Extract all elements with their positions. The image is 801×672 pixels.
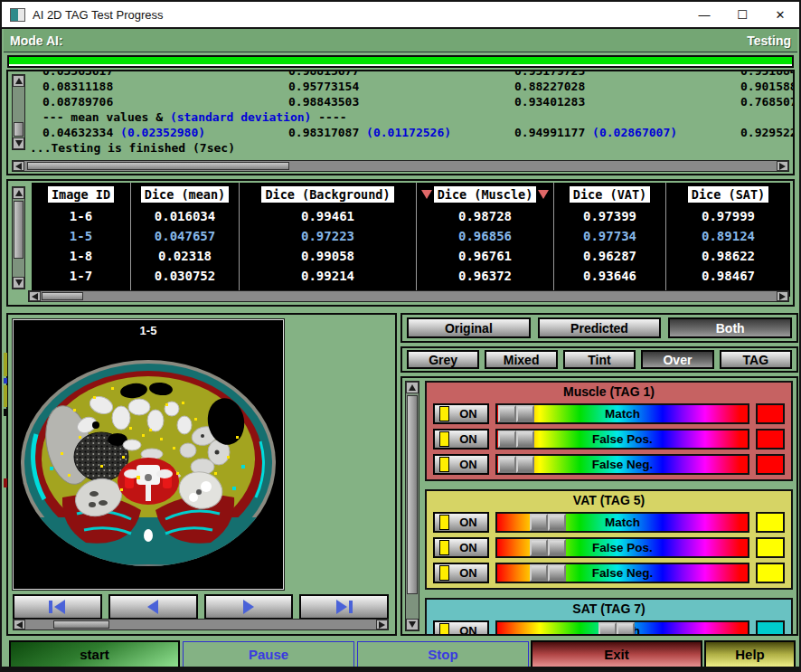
toggle-on-button[interactable]: ON	[433, 563, 489, 583]
pause-button[interactable]: Pause	[183, 641, 354, 667]
table-row-selected[interactable]: 1-5 0.047657 0.97223 0.96856 0.97734 0.8…	[32, 226, 790, 246]
log-mean-header: --- mean values & (standard deviation) -…	[8, 109, 793, 125]
color-swatch[interactable]	[756, 537, 785, 558]
display-grey-button[interactable]: Grey	[407, 350, 479, 369]
ct-scan-image	[14, 320, 283, 589]
edge-fragment	[4, 385, 7, 407]
table-hscroll-thumb[interactable]	[42, 292, 83, 300]
toggle-indicator	[439, 457, 449, 472]
viewer-horizontal-scrollbar[interactable]	[13, 619, 389, 630]
column-header-dice-muscle[interactable]: Dice (Muscle)	[417, 183, 554, 206]
previous-icon	[147, 600, 158, 614]
dice-table-panel: Image ID Dice (mean) Dice (Background) D…	[6, 179, 795, 307]
nav-next-button[interactable]	[204, 594, 294, 620]
vat-tag-panel: VAT (TAG 5) ON Match ON False Pos. ON Fa…	[425, 489, 793, 590]
toggle-on-button[interactable]: ON	[433, 403, 489, 424]
match-color-slider[interactable]: Match	[495, 620, 749, 634]
scroll-down-icon[interactable]	[13, 277, 24, 289]
toggle-indicator	[439, 515, 449, 530]
column-header-dice-sat[interactable]: Dice (SAT)	[666, 183, 790, 206]
table-row[interactable]: 1-8 0.02318 0.99058 0.96761 0.96287 0.98…	[32, 246, 790, 266]
display-tint-button[interactable]: Tint	[563, 350, 636, 369]
image-label: 1-5	[14, 324, 283, 337]
nav-last-button[interactable]	[299, 594, 389, 620]
display-tag-button[interactable]: TAG	[720, 350, 792, 369]
edge-fragment	[4, 409, 7, 416]
slider-thumb[interactable]	[498, 431, 534, 448]
close-button[interactable]: ✕	[761, 3, 799, 26]
tag-row: ON Match	[433, 512, 785, 533]
minimize-button[interactable]: —	[685, 3, 723, 26]
view-predicted-button[interactable]: Predicted	[538, 317, 662, 338]
color-swatch[interactable]	[756, 403, 785, 424]
slider-thumb[interactable]	[598, 622, 635, 634]
slider-thumb[interactable]	[530, 564, 566, 582]
scroll-left-icon[interactable]	[29, 291, 41, 301]
table-vertical-scrollbar[interactable]	[12, 186, 25, 289]
help-button[interactable]: Help	[704, 640, 796, 668]
viewer-hscroll-thumb[interactable]	[53, 620, 109, 629]
tag-vertical-scrollbar[interactable]	[405, 381, 419, 631]
app-icon	[10, 8, 25, 22]
scroll-right-icon[interactable]	[777, 291, 788, 301]
tag-row: ON Match	[433, 620, 785, 634]
scroll-left-icon[interactable]	[13, 161, 24, 171]
false-pos-color-slider[interactable]: False Pos.	[495, 537, 749, 558]
display-over-button[interactable]: Over	[641, 350, 713, 369]
sort-desc-icon	[538, 190, 549, 199]
scroll-right-icon[interactable]	[376, 620, 388, 629]
table-row[interactable]: 1-6 0.016034 0.99461 0.98728 0.97399 0.9…	[32, 206, 790, 226]
view-original-button[interactable]: Original	[407, 317, 531, 338]
color-swatch[interactable]	[756, 454, 785, 475]
slider-thumb[interactable]	[530, 539, 566, 556]
toggle-on-button[interactable]: ON	[433, 537, 489, 558]
toggle-on-button[interactable]: ON	[433, 429, 489, 450]
color-swatch[interactable]	[756, 429, 785, 450]
table-horizontal-scrollbar[interactable]	[28, 290, 789, 302]
log-status-line: ...Testing is finished (7sec)	[8, 140, 793, 156]
false-pos-color-slider[interactable]: False Pos.	[495, 429, 749, 450]
color-swatch[interactable]	[756, 563, 785, 583]
title-bar: AI 2D TAG Test Progress — ☐ ✕	[2, 2, 799, 29]
table-scroll-thumb[interactable]	[14, 201, 24, 259]
false-neg-color-slider[interactable]: False Neg.	[495, 454, 749, 475]
column-header-image-id[interactable]: Image ID	[32, 183, 131, 206]
color-swatch[interactable]	[756, 512, 785, 533]
nav-previous-button[interactable]	[108, 594, 198, 620]
scroll-up-icon[interactable]	[13, 187, 24, 199]
edge-fragment	[4, 478, 7, 487]
scroll-down-icon[interactable]	[406, 619, 419, 630]
progress-bar	[7, 55, 794, 68]
table-header-row: Image ID Dice (mean) Dice (Background) D…	[32, 183, 790, 206]
display-mixed-button[interactable]: Mixed	[485, 350, 557, 369]
log-hscroll-thumb[interactable]	[27, 162, 289, 170]
maximize-button[interactable]: ☐	[723, 3, 761, 26]
tag-scroll-thumb[interactable]	[407, 395, 418, 594]
exit-button[interactable]: Exit	[531, 640, 702, 668]
slider-thumb[interactable]	[498, 405, 534, 422]
tag-row: ON False Neg.	[433, 454, 785, 475]
muscle-tag-panel: Muscle (TAG 1) ON Match ON False Pos. ON…	[425, 381, 793, 481]
match-color-slider[interactable]: Match	[495, 403, 749, 424]
column-header-dice-vat[interactable]: Dice (VAT)	[554, 183, 666, 206]
toggle-on-button[interactable]: ON	[433, 620, 489, 634]
toggle-on-button[interactable]: ON	[433, 454, 489, 475]
false-neg-color-slider[interactable]: False Neg.	[495, 563, 749, 583]
stop-button[interactable]: Stop	[357, 641, 529, 667]
view-both-button[interactable]: Both	[668, 317, 792, 338]
column-header-dice-mean[interactable]: Dice (mean)	[131, 183, 240, 206]
slider-thumb[interactable]	[530, 514, 566, 531]
slider-thumb[interactable]	[498, 456, 534, 473]
toggle-on-button[interactable]: ON	[433, 512, 489, 533]
scroll-up-icon[interactable]	[406, 382, 419, 393]
scroll-left-icon[interactable]	[14, 620, 25, 629]
scroll-right-icon[interactable]	[777, 161, 788, 171]
column-header-dice-background[interactable]: Dice (Background)	[240, 183, 417, 206]
match-color-slider[interactable]: Match	[495, 512, 749, 533]
log-horizontal-scrollbar[interactable]	[12, 160, 789, 172]
table-row[interactable]: 1-7 0.030752 0.99214 0.96372 0.93646 0.9…	[32, 266, 790, 286]
start-button[interactable]: start	[9, 640, 180, 668]
tag-panel-title: Muscle (TAG 1)	[427, 383, 791, 403]
nav-first-button[interactable]	[13, 594, 102, 620]
color-swatch[interactable]	[756, 620, 785, 634]
